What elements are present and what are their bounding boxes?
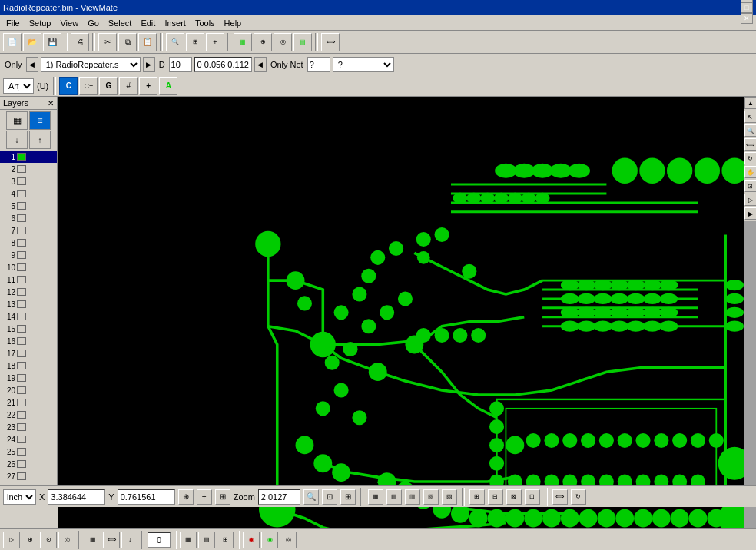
menu-edit[interactable]: Edit bbox=[136, 17, 160, 29]
next-file-button[interactable]: ▶ bbox=[143, 57, 155, 72]
layer-row-13[interactable]: 13 bbox=[0, 298, 57, 310]
tool-right1[interactable]: ▷ bbox=[744, 194, 757, 206]
tool-rotate[interactable]: ↻ bbox=[744, 152, 757, 164]
layer-row-27[interactable]: 27 bbox=[0, 470, 57, 482]
menu-go[interactable]: Go bbox=[83, 17, 104, 29]
net-select[interactable]: ? bbox=[333, 57, 394, 72]
zoom-fit-button2[interactable]: ⊡ bbox=[322, 489, 337, 505]
layer-row-5[interactable]: 5 bbox=[0, 200, 57, 212]
tool-select[interactable]: ⊡ bbox=[744, 180, 757, 192]
zoom-in-button[interactable]: + bbox=[206, 33, 224, 51]
net-button[interactable]: ⊕ bbox=[254, 33, 272, 51]
btool5[interactable]: ▦ bbox=[85, 532, 101, 548]
gerber-button[interactable]: ▤ bbox=[293, 33, 312, 51]
mode-a-button[interactable]: A bbox=[159, 77, 177, 95]
copy-button[interactable]: ⧉ bbox=[118, 33, 137, 51]
layer-row-6[interactable]: 6 bbox=[0, 212, 57, 224]
layer-up-button[interactable]: ↓ bbox=[6, 131, 28, 149]
layer-row-3[interactable]: 3 bbox=[0, 175, 57, 187]
layer-row-22[interactable]: 22 bbox=[0, 409, 57, 421]
save-button[interactable]: 💾 bbox=[43, 33, 61, 51]
layer-row-23[interactable]: 23 bbox=[0, 421, 57, 433]
x-coord[interactable] bbox=[48, 489, 105, 505]
layer-row-21[interactable]: 21 bbox=[0, 396, 57, 409]
layer-row-4[interactable]: 4 bbox=[0, 187, 57, 200]
btool7[interactable]: ↓ bbox=[121, 532, 138, 548]
layers-close-button[interactable]: ✕ bbox=[48, 99, 54, 108]
layer-row-8[interactable]: 8 bbox=[0, 237, 57, 249]
new-button[interactable]: 📄 bbox=[3, 33, 22, 51]
btool10[interactable]: ⊞ bbox=[217, 532, 234, 548]
btool4[interactable]: ◎ bbox=[58, 532, 75, 548]
btool6[interactable]: ⟺ bbox=[103, 532, 120, 548]
layer-list-button[interactable]: ≡ bbox=[29, 111, 51, 130]
layer-row-20[interactable]: 20 bbox=[0, 384, 57, 396]
zoom-area-button[interactable]: 🔍 bbox=[166, 33, 184, 51]
btool13[interactable]: ◎ bbox=[280, 532, 297, 548]
menu-insert[interactable]: Insert bbox=[160, 17, 191, 29]
print-button[interactable]: 🖨 bbox=[71, 33, 89, 51]
btool12[interactable]: ◉ bbox=[261, 532, 278, 548]
net-input[interactable] bbox=[307, 57, 330, 72]
layer-row-16[interactable]: 16 bbox=[0, 335, 57, 347]
layer-row-1[interactable]: 1 bbox=[0, 151, 57, 163]
unit-select[interactable]: inch mm bbox=[3, 489, 36, 505]
layer-row-2[interactable]: 2 bbox=[0, 163, 57, 175]
zoom-search-button[interactable]: 🔍 bbox=[303, 489, 319, 505]
prev-file-button[interactable]: ◀ bbox=[26, 57, 38, 72]
drill-button[interactable]: ◎ bbox=[274, 33, 292, 51]
layer-row-11[interactable]: 11 bbox=[0, 273, 57, 286]
layer-row-10[interactable]: 10 bbox=[0, 261, 57, 273]
zoom-full-button[interactable]: ⊞ bbox=[340, 489, 356, 505]
d-input[interactable] bbox=[169, 57, 192, 72]
layer-row-17[interactable]: 17 bbox=[0, 347, 57, 359]
mode-hash-button[interactable]: # bbox=[119, 77, 138, 95]
layer-grid-button[interactable]: ▦ bbox=[6, 111, 28, 130]
btool3[interactable]: ⊙ bbox=[40, 532, 57, 548]
layer-row-18[interactable]: 18 bbox=[0, 359, 57, 372]
layer-row-9[interactable]: 9 bbox=[0, 249, 57, 261]
open-button[interactable]: 📂 bbox=[23, 33, 41, 51]
maximize-button[interactable]: □ bbox=[741, 2, 753, 13]
layer-row-7[interactable]: 7 bbox=[0, 224, 57, 237]
tool-cursor[interactable]: ↖ bbox=[744, 111, 757, 123]
menu-setup[interactable]: Setup bbox=[25, 17, 56, 29]
btool2[interactable]: ⊕ bbox=[22, 532, 38, 548]
y-coord[interactable] bbox=[118, 489, 175, 505]
menu-tools[interactable]: Tools bbox=[191, 17, 220, 29]
mode-c-button[interactable]: C bbox=[59, 77, 78, 95]
cut-button[interactable]: ✂ bbox=[98, 33, 117, 51]
layer-row-25[interactable]: 25 bbox=[0, 446, 57, 458]
btool8[interactable]: ▦ bbox=[180, 532, 197, 548]
zoom-input[interactable] bbox=[258, 489, 300, 505]
layer-row-26[interactable]: 26 bbox=[0, 458, 57, 470]
btool1[interactable]: ▷ bbox=[3, 532, 20, 548]
btool9[interactable]: ▤ bbox=[198, 532, 215, 548]
scroll-up-button[interactable]: ▲ bbox=[744, 97, 756, 109]
layer-row-14[interactable]: 14 bbox=[0, 310, 57, 323]
pcb-canvas[interactable] bbox=[58, 97, 744, 550]
mode-g-button[interactable]: G bbox=[99, 77, 118, 95]
layer-row-15[interactable]: 15 bbox=[0, 323, 57, 335]
layer-row-12[interactable]: 12 bbox=[0, 286, 57, 298]
btool11[interactable]: ◉ bbox=[243, 532, 260, 548]
paste-button[interactable]: 📋 bbox=[138, 33, 157, 51]
coords-prev-button[interactable]: ◀ bbox=[254, 57, 267, 72]
tool-right2[interactable]: ▶ bbox=[744, 207, 757, 220]
zoom-fit-button[interactable]: ⊞ bbox=[186, 33, 204, 51]
layer-button[interactable]: ▦ bbox=[234, 33, 252, 51]
tool-pan[interactable]: ✋ bbox=[744, 166, 757, 178]
close-button[interactable]: ✕ bbox=[741, 13, 753, 24]
mode-cplus-button[interactable]: C+ bbox=[79, 77, 98, 95]
tool-measure[interactable]: ⟺ bbox=[744, 138, 757, 151]
menu-select[interactable]: Select bbox=[104, 17, 137, 29]
layer-row-24[interactable]: 24 bbox=[0, 433, 57, 446]
measure-button[interactable]: ⟺ bbox=[321, 33, 340, 51]
tool-zoom[interactable]: 🔍 bbox=[744, 124, 757, 137]
mode-plus-button[interactable]: + bbox=[139, 77, 158, 95]
layer-row-19[interactable]: 19 bbox=[0, 372, 57, 384]
layer-down-button[interactable]: ↑ bbox=[29, 131, 51, 149]
file-select[interactable]: 1) RadioRepeater.s bbox=[41, 57, 141, 72]
menu-help[interactable]: Help bbox=[220, 17, 247, 29]
menu-file[interactable]: File bbox=[2, 17, 25, 29]
